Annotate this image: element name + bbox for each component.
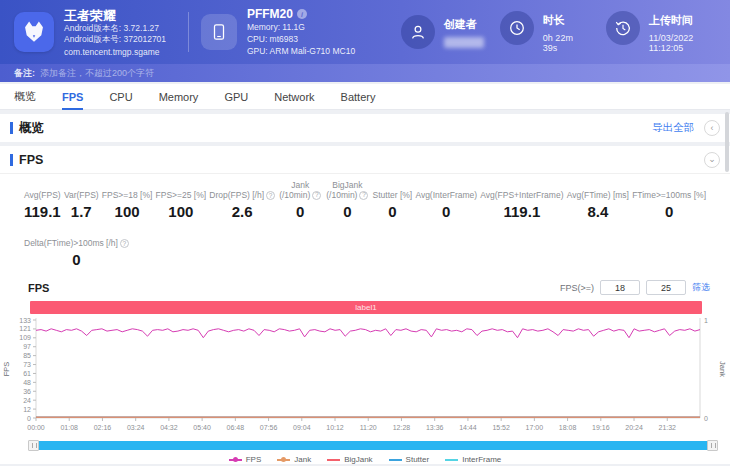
svg-text:09:04: 09:04 xyxy=(293,424,311,431)
duration-clock-icon xyxy=(500,11,534,45)
fps-stats-row2: Delta(FTime)>100ms [/h]?0 xyxy=(0,220,730,268)
stat-label: Drop(FPS) [/h]? xyxy=(209,180,275,200)
svg-text:12: 12 xyxy=(23,406,31,413)
fps-collapse-button[interactable]: ⌄ xyxy=(704,152,720,168)
stat-label: Avg(FPS) xyxy=(24,180,61,200)
stat-item: Stutter [%]0 xyxy=(373,180,413,220)
device-info-icon[interactable]: i xyxy=(297,9,307,19)
svg-text:85: 85 xyxy=(23,352,31,359)
stat-label: Jank (/10min)? xyxy=(278,180,322,200)
svg-text:15:52: 15:52 xyxy=(492,424,510,431)
tab-memory[interactable]: Memory xyxy=(159,84,199,110)
svg-text:Jank: Jank xyxy=(718,361,727,377)
svg-text:133: 133 xyxy=(19,317,31,324)
tab-battery[interactable]: Battery xyxy=(341,84,376,110)
stat-value: 119.1 xyxy=(24,203,61,220)
remark-placeholder: 添加备注，不超过200个字符 xyxy=(40,67,154,80)
stat-value: 0 xyxy=(388,203,396,220)
help-icon[interactable]: ? xyxy=(266,191,275,200)
fps-threshold-input-1[interactable] xyxy=(600,280,640,295)
stat-value: 2.6 xyxy=(232,203,253,220)
scrollbar-right-handle[interactable] xyxy=(707,440,718,451)
stat-value: 8.4 xyxy=(587,203,608,220)
fps-card: FPS ⌄ Avg(FPS)119.1Var(FPS)1.7FPS>=18 [%… xyxy=(0,146,730,464)
stat-value: 0 xyxy=(343,203,351,220)
legend-label: InterFrame xyxy=(462,455,501,464)
svg-text:36: 36 xyxy=(23,388,31,395)
duration-value: 0h 22m 39s xyxy=(543,33,590,53)
stat-label: Stutter [%] xyxy=(373,180,413,200)
upload-time-label: 上传时间 xyxy=(649,13,730,28)
svg-text:06:48: 06:48 xyxy=(227,424,245,431)
app-logo-wolf-icon xyxy=(14,12,54,52)
scrollbar-track[interactable] xyxy=(33,441,713,450)
page-scrollbar-thumb[interactable] xyxy=(725,112,729,172)
svg-text:00:00: 00:00 xyxy=(27,424,45,431)
help-icon[interactable]: ? xyxy=(120,239,129,248)
tab-fps[interactable]: FPS xyxy=(62,84,83,110)
fps-stats-row: Avg(FPS)119.1Var(FPS)1.7FPS>=18 [%]100FP… xyxy=(0,174,730,220)
fps-chart-header: FPS FPS(>=) 筛选 xyxy=(0,268,730,299)
duration-label: 时长 xyxy=(543,13,590,28)
scrollbar-left-handle[interactable] xyxy=(28,440,39,451)
svg-text:61: 61 xyxy=(23,370,31,377)
stat-label: FPS>=25 [%] xyxy=(156,180,207,200)
svg-text:109: 109 xyxy=(19,334,31,341)
help-icon[interactable]: ? xyxy=(312,191,321,200)
svg-text:FPS: FPS xyxy=(2,362,11,377)
app-name: 王者荣耀 xyxy=(64,8,182,23)
metric-tabbar: 概览FPSCPUMemoryGPUNetworkBattery xyxy=(0,84,730,110)
legend-label: Stutter xyxy=(406,455,430,464)
section-accent-bar xyxy=(10,154,13,166)
stat-item: Avg(FPS)119.1 xyxy=(24,180,61,220)
tab-概览[interactable]: 概览 xyxy=(14,84,36,110)
svg-text:21:32: 21:32 xyxy=(658,424,676,431)
stat-label: FTime>=100ms [%] xyxy=(632,180,706,200)
tab-cpu[interactable]: CPU xyxy=(109,84,132,110)
sidebar-collapse-button[interactable]: ‹ xyxy=(704,120,720,136)
legend-item-bigjank[interactable]: BigJank xyxy=(327,455,372,464)
app-version-code: Android版本号: 372012701 xyxy=(64,34,182,45)
stat-item: FPS>=18 [%]100 xyxy=(102,180,153,220)
svg-text:0: 0 xyxy=(704,415,708,422)
stat-item: Delta(FTime)>100ms [/h]?0 xyxy=(24,228,129,268)
svg-text:97: 97 xyxy=(23,343,31,350)
device-gpu: GPU: ARM Mali-G710 MC10 xyxy=(247,45,387,57)
chart-horizontal-scrollbar[interactable] xyxy=(28,441,718,450)
legend-item-fps[interactable]: FPS xyxy=(229,455,262,464)
svg-text:07:56: 07:56 xyxy=(260,424,278,431)
svg-text:04:32: 04:32 xyxy=(160,424,178,431)
tab-gpu[interactable]: GPU xyxy=(224,84,248,110)
svg-text:05:40: 05:40 xyxy=(193,424,211,431)
stat-label: Avg(FTime) [ms] xyxy=(567,180,629,200)
stat-value: 100 xyxy=(115,203,140,220)
stat-item: Avg(FTime) [ms]8.4 xyxy=(567,180,629,220)
legend-item-jank[interactable]: Jank xyxy=(277,455,311,464)
legend-marker xyxy=(445,459,458,461)
svg-text:48: 48 xyxy=(23,379,31,386)
legend-item-interframe[interactable]: InterFrame xyxy=(445,455,501,464)
app-package: com.tencent.tmgp.sgame xyxy=(64,47,182,57)
svg-text:1: 1 xyxy=(704,317,708,324)
export-all-link[interactable]: 导出全部 xyxy=(652,121,694,135)
remark-bar[interactable]: 备注: 添加备注，不超过200个字符 xyxy=(0,64,730,82)
header-divider xyxy=(188,12,189,52)
legend-marker xyxy=(277,459,290,461)
svg-text:0: 0 xyxy=(27,415,31,422)
upload-time-history-icon xyxy=(606,11,640,45)
tab-network[interactable]: Network xyxy=(274,84,314,110)
fps-threshold-input-2[interactable] xyxy=(646,280,686,295)
svg-text:03:24: 03:24 xyxy=(127,424,145,431)
device-memory: Memory: 11.1G xyxy=(247,21,387,33)
legend-item-stutter[interactable]: Stutter xyxy=(389,455,430,464)
svg-text:12:28: 12:28 xyxy=(393,424,411,431)
fps-section-title: FPS xyxy=(19,153,43,167)
stat-value: 100 xyxy=(168,203,193,220)
stat-item: Avg(InterFrame)0 xyxy=(415,180,477,220)
filter-button[interactable]: 筛选 xyxy=(692,281,710,294)
stat-label: Var(FPS) xyxy=(64,180,99,200)
fps-chart-title: FPS xyxy=(28,282,49,294)
help-icon[interactable]: ? xyxy=(359,191,368,200)
stat-item: Drop(FPS) [/h]?2.6 xyxy=(209,180,275,220)
stat-value: 0 xyxy=(72,251,80,268)
